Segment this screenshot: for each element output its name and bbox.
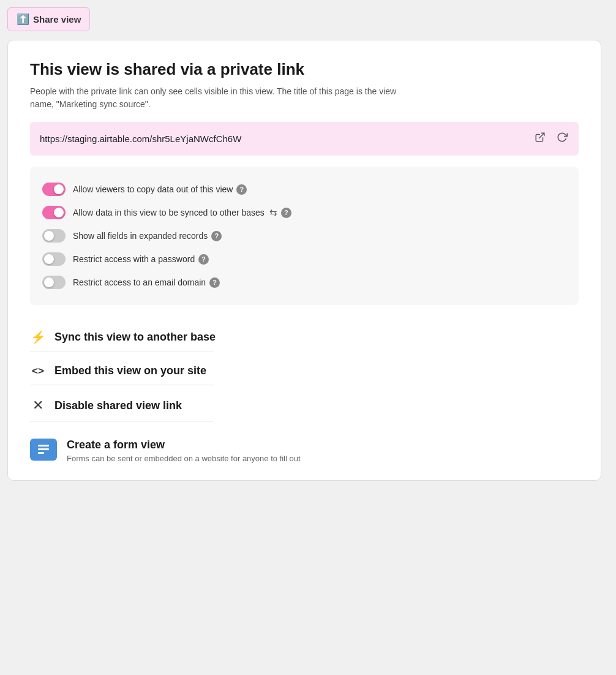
open-link-button[interactable] — [533, 130, 547, 147]
option-allow-sync: Allow data in this view to be synced to … — [42, 201, 566, 224]
option-restrict-password-label: Restrict access with a password ? — [73, 254, 209, 265]
create-form-section[interactable]: Create a form view Forms can be sent or … — [30, 426, 579, 463]
divider-1 — [30, 352, 214, 352]
svg-rect-2 — [38, 448, 49, 450]
help-icon-allow-sync[interactable]: ? — [281, 208, 291, 218]
shared-link-url: https://staging.airtable.com/shr5LeYjaNW… — [40, 134, 526, 144]
regenerate-link-button[interactable] — [555, 130, 569, 147]
option-restrict-email: Restrict access to an email domain ? — [42, 271, 566, 294]
toggle-show-fields[interactable] — [42, 229, 66, 243]
option-restrict-password: Restrict access with a password ? — [42, 247, 566, 271]
code-icon: <> — [30, 365, 46, 377]
share-view-label: Share view — [33, 14, 81, 25]
options-box: Allow viewers to copy data out of this v… — [30, 167, 579, 305]
action-embed-label: Embed this view on your site — [54, 364, 206, 377]
sync-source-icon: ⇆ — [269, 207, 277, 218]
help-icon-allow-copy[interactable]: ? — [236, 184, 247, 195]
form-text-block: Create a form view Forms can be sent or … — [67, 439, 301, 463]
action-disable-link[interactable]: ✕ Disable shared view link — [30, 388, 579, 418]
action-embed-site[interactable]: <> Embed this view on your site — [30, 355, 579, 382]
svg-rect-3 — [38, 452, 44, 454]
link-box: https://staging.airtable.com/shr5LeYjaNW… — [30, 122, 579, 156]
option-show-fields-label: Show all fields in expanded records ? — [73, 231, 222, 241]
form-icon-svg — [36, 442, 51, 457]
option-allow-copy: Allow viewers to copy data out of this v… — [42, 178, 566, 201]
svg-rect-1 — [38, 445, 49, 447]
panel-description: People with the private link can only se… — [30, 85, 410, 111]
option-show-fields: Show all fields in expanded records ? — [42, 224, 566, 247]
svg-line-0 — [539, 133, 544, 138]
form-view-title: Create a form view — [67, 439, 301, 451]
panel-title: This view is shared via a private link — [30, 60, 579, 79]
form-view-icon — [30, 439, 57, 461]
action-sync-label: Sync this view to another base — [54, 331, 216, 344]
option-allow-copy-label: Allow viewers to copy data out of this v… — [73, 184, 247, 195]
divider-2 — [30, 385, 214, 385]
divider-3 — [30, 421, 214, 421]
share-view-button[interactable]: ⬆️ Share view — [7, 7, 90, 31]
toggle-allow-sync[interactable] — [42, 206, 66, 219]
option-restrict-email-label: Restrict access to an email domain ? — [73, 277, 220, 288]
link-actions — [533, 130, 569, 147]
share-panel: This view is shared via a private link P… — [7, 40, 601, 481]
help-icon-restrict-password[interactable]: ? — [198, 254, 209, 265]
action-sync-base[interactable]: ⚡ Sync this view to another base — [30, 320, 579, 349]
help-icon-show-fields[interactable]: ? — [211, 231, 222, 241]
help-icon-restrict-email[interactable]: ? — [209, 277, 220, 288]
action-disable-label: Disable shared view link — [54, 399, 182, 412]
close-x-icon: ✕ — [30, 398, 46, 413]
lightning-icon: ⚡ — [30, 330, 46, 344]
toggle-allow-copy[interactable] — [42, 183, 66, 196]
toggle-restrict-email[interactable] — [42, 276, 66, 289]
share-icon: ⬆️ — [17, 13, 29, 26]
toggle-restrict-password[interactable] — [42, 252, 66, 266]
form-view-description: Forms can be sent or embedded on a websi… — [67, 454, 301, 463]
option-allow-sync-label: Allow data in this view to be synced to … — [73, 207, 291, 218]
